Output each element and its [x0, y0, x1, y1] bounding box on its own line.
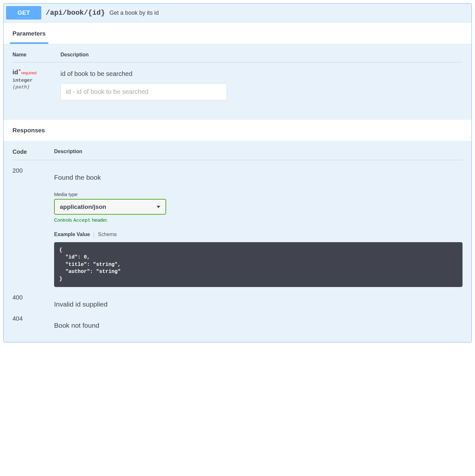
- response-row-404: 404 Book not found: [12, 308, 463, 329]
- required-label: required: [21, 70, 36, 75]
- parameters-table-header: Name Description: [12, 52, 463, 62]
- parameter-description: id of book to be searched: [60, 70, 463, 78]
- response-code: 404: [12, 315, 54, 329]
- responses-table-header: Code Description: [12, 149, 463, 160]
- parameters-area: Name Description id*required integer (pa…: [4, 44, 471, 119]
- column-desc-header: Description: [60, 52, 463, 58]
- tab-schema[interactable]: Schema: [98, 232, 117, 237]
- operation-path: /api/book/{id}: [46, 9, 105, 17]
- api-operation-block: GET /api/book/{id} Get a book by its id …: [3, 3, 472, 342]
- media-type-select-wrapper: application/json: [54, 199, 166, 215]
- response-desc-cell: Found the book Media type application/js…: [54, 167, 463, 287]
- parameter-name: id: [12, 69, 18, 76]
- model-tabs: Example Value | Schema: [54, 231, 463, 238]
- required-star-icon: *: [19, 68, 20, 73]
- accept-hint-post: header.: [91, 217, 108, 223]
- accept-hint-code: Accept: [73, 218, 91, 223]
- response-description: Invalid id supplied: [54, 300, 463, 308]
- column-name-header: Name: [12, 52, 60, 58]
- response-description: Found the book: [54, 174, 463, 181]
- parameter-input-id[interactable]: [60, 83, 227, 100]
- response-code: 200: [12, 167, 54, 287]
- responses-area: Code Description 200 Found the book Medi…: [4, 141, 471, 342]
- example-value-code[interactable]: { "id": 0, "title": "string", "author": …: [54, 242, 463, 287]
- accept-hint-pre: Controls: [54, 217, 73, 223]
- parameter-in: (path): [12, 85, 60, 90]
- operation-summary: Get a book by its id: [109, 10, 159, 16]
- response-row-400: 400 Invalid id supplied: [12, 287, 463, 308]
- parameter-name-cell: id*required integer (path): [12, 68, 60, 100]
- response-desc-cell: Invalid id supplied: [54, 294, 463, 308]
- media-type-select[interactable]: application/json: [54, 199, 166, 215]
- response-code: 400: [12, 294, 54, 308]
- parameter-type: integer: [12, 78, 60, 83]
- tab-divider: |: [93, 231, 95, 238]
- media-type-label: Media type: [54, 192, 463, 197]
- parameters-section-header: Parameters: [4, 22, 471, 44]
- column-code-header: Code: [12, 149, 54, 155]
- response-desc-cell: Book not found: [54, 315, 463, 329]
- accept-header-hint: Controls Accept header.: [54, 217, 463, 223]
- responses-section-header: Responses: [4, 119, 471, 141]
- parameter-desc-cell: id of book to be searched: [60, 68, 463, 100]
- parameter-row: id*required integer (path) id of book to…: [12, 62, 463, 100]
- response-row-200: 200 Found the book Media type applicatio…: [12, 160, 463, 287]
- operation-summary-row[interactable]: GET /api/book/{id} Get a book by its id: [4, 4, 471, 22]
- tab-parameters[interactable]: Parameters: [10, 26, 48, 44]
- column-respdesc-header: Description: [54, 149, 463, 155]
- tab-example-value[interactable]: Example Value: [54, 232, 90, 237]
- http-method-badge: GET: [6, 6, 41, 20]
- response-description: Book not found: [54, 322, 463, 329]
